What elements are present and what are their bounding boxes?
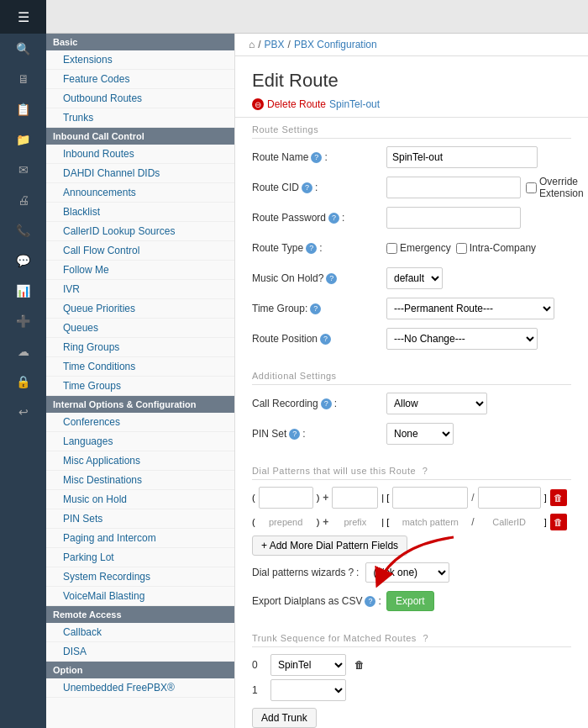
folder-icon[interactable]: 📁 [0,124,46,155]
sidebar-item-parking[interactable]: Parking Lot [46,548,234,567]
dp-trash-1[interactable]: 🗑 [550,489,567,506]
wizard-label: Dial patterns wizards ?: [252,567,359,578]
sidebar-item-callback[interactable]: Callback [46,623,234,642]
sidebar-item-music-hold[interactable]: Music on Hold [46,490,234,509]
sidebar-item-languages[interactable]: Languages [46,432,234,451]
chat-icon[interactable]: 💬 [0,245,46,276]
route-name-input[interactable] [386,146,538,168]
route-position-help-icon[interactable]: ? [320,334,331,345]
dial-patterns-help-icon[interactable]: ? [423,466,428,476]
route-type-help-icon[interactable]: ? [306,243,317,254]
wizard-row: Dial patterns wizards ?: (pick one) [252,562,571,583]
pin-set-label: PIN Set ?: [252,428,386,440]
sidebar-item-ivr[interactable]: IVR [46,280,234,299]
breadcrumb-pbx[interactable]: PBX [265,39,285,50]
dp-callerid-1[interactable] [478,487,541,509]
sidebar-item-dahdi[interactable]: DAHDI Channel DIDs [46,164,234,183]
route-position-select[interactable]: ---No Change--- [386,328,538,350]
sidebar-item-voicemail-blasting[interactable]: VoiceMail Blasting [46,587,234,606]
sidebar-item-queues[interactable]: Queues [46,319,234,338]
route-cid-input[interactable] [386,177,521,198]
trunk-seq-help-icon[interactable]: ? [423,633,428,643]
time-group-help-icon[interactable]: ? [310,303,321,314]
cloud-icon[interactable]: ☁ [0,336,46,367]
pin-set-select[interactable]: None [386,423,454,445]
sidebar-item-follow-me[interactable]: Follow Me [46,261,234,280]
menu-icon[interactable]: ☰ [0,0,46,34]
delete-route-row: ⊖ Delete Route SpinTel-out [252,98,571,110]
route-name-help-icon[interactable]: ? [311,152,322,163]
sidebar-item-outbound-routes[interactable]: Outbound Routes [46,89,234,108]
time-group-select[interactable]: ---Permanent Route--- [386,298,554,319]
desktop-icon[interactable]: 🖥 [0,64,46,94]
sidebar-item-conferences[interactable]: Conferences [46,413,234,432]
dp-trash-2[interactable]: 🗑 [550,514,567,530]
sidebar-item-inbound-routes[interactable]: Inbound Routes [46,145,234,164]
trunk-sequence-label: Trunk Sequence for Matched Routes ? [235,626,588,646]
override-extension-checkbox[interactable] [526,182,537,193]
sidebar-item-trunks[interactable]: Trunks [46,108,234,128]
back-icon[interactable]: ↩ [0,397,46,427]
sidebar-item-call-flow[interactable]: Call Flow Control [46,241,234,261]
sidebar-item-announcements[interactable]: Announcements [46,183,234,203]
mail-icon[interactable]: ✉ [0,155,46,185]
call-recording-label: Call Recording ?: [252,398,386,409]
call-recording-help-icon[interactable]: ? [321,398,332,409]
sidebar-item-time-groups[interactable]: Time Groups [46,377,234,396]
sidebar-item-feature-codes[interactable]: Feature Codes [46,70,234,89]
add-trunk-button[interactable]: Add Trunk [252,708,317,728]
music-hold-help-icon[interactable]: ? [326,273,337,284]
dp-bracket-2: | [ [381,517,389,527]
sidebar-item-extensions[interactable]: Extensions [46,50,234,70]
trunk-num-1: 1 [252,684,265,696]
route-password-control [386,207,571,229]
sidebar-item-unembedded[interactable]: Unembedded FreePBX® [46,678,234,698]
route-cid-help-icon[interactable]: ? [302,182,312,193]
route-name-link[interactable]: SpinTel-out [329,98,380,110]
trunk-delete-icon-0[interactable]: 🗑 [351,657,368,673]
dp-open-paren-2: ( [252,517,255,527]
delete-route-button[interactable]: Delete Route [267,98,326,110]
dp-plus-2: + [323,516,328,528]
trunk-select-1[interactable] [270,679,346,701]
trunk-select-0[interactable]: SpinTel [270,654,346,676]
dp-match-1[interactable] [392,487,468,509]
sidebar-item-system-recordings[interactable]: System Recordings [46,567,234,587]
print-icon[interactable]: 🖨 [0,185,46,215]
sidebar-item-ring-groups[interactable]: Ring Groups [46,338,234,357]
sidebar-item-disa[interactable]: DISA [46,642,234,662]
sidebar-item-queue-priorities[interactable]: Queue Priorities [46,299,234,319]
phone-icon[interactable]: 📞 [0,215,46,245]
delete-icon: ⊖ [252,98,264,110]
chart-icon[interactable]: 📊 [0,276,46,306]
search-icon[interactable]: 🔍 [0,34,46,64]
pin-set-control: None [386,423,571,445]
sidebar-item-callerid-lookup[interactable]: CallerID Lookup Sources [46,222,234,241]
sidebar-item-paging[interactable]: Paging and Intercom [46,529,234,548]
call-recording-select[interactable]: Allow [386,393,487,414]
intra-company-checkbox[interactable] [456,243,467,254]
page-header: Edit Route ⊖ Delete Route SpinTel-out [235,56,588,118]
sidebar-item-blacklist[interactable]: Blacklist [46,203,234,222]
clipboard-icon[interactable]: 📋 [0,94,46,124]
breadcrumb-config[interactable]: PBX Configuration [294,39,377,50]
route-position-control: ---No Change--- [386,328,571,350]
page-title: Edit Route [252,70,571,92]
music-hold-label: Music On Hold? ? [252,272,386,284]
sidebar-item-misc-dest[interactable]: Misc Destinations [46,471,234,490]
wizard-help-icon[interactable]: ? [348,567,354,578]
dp-prepend-1[interactable] [259,487,313,509]
lock-icon[interactable]: 🔒 [0,367,46,397]
dp-prefix-1[interactable] [332,487,378,509]
plus-icon[interactable]: ➕ [0,306,46,336]
music-hold-select[interactable]: default [386,267,443,289]
pin-set-help-icon[interactable]: ? [289,429,300,440]
sidebar-item-pin-sets[interactable]: PIN Sets [46,509,234,529]
trunk-sequence-area: 0 SpinTel 🗑 1 Add Trunk [235,647,588,728]
emergency-checkbox[interactable] [386,243,397,254]
sidebar-item-misc-apps[interactable]: Misc Applications [46,451,234,471]
route-password-help-icon[interactable]: ? [328,213,339,224]
content-wrapper: Basic Extensions Feature Codes Outbound … [46,34,588,728]
sidebar-item-time-conditions[interactable]: Time Conditions [46,357,234,377]
route-password-input[interactable] [386,207,521,229]
